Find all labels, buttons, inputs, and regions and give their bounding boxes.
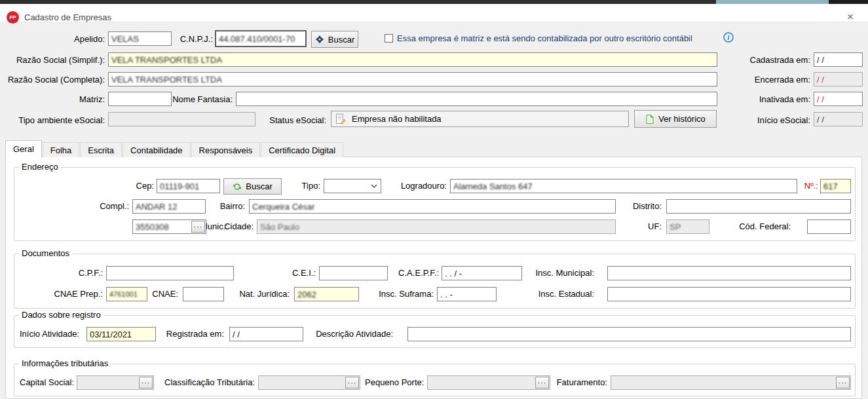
razao-completa-field[interactable]: VELA TRANSPORTES LTDA — [108, 72, 717, 86]
insc-suframa-field[interactable]: . . - — [437, 287, 497, 301]
cpf-label: C.P.F.: — [50, 268, 103, 278]
window-title: Cadastro de Empresas — [24, 12, 111, 22]
cnae-prep-value: 4761001 — [109, 290, 138, 298]
info-icon[interactable]: i — [723, 32, 734, 43]
insc-suframa-value: . . - — [440, 290, 453, 299]
documentos-group: Documentos C.P.F.: C.E.I.: C.A.E.P.F.: .… — [14, 254, 856, 309]
chevron-down-icon — [371, 184, 377, 188]
cnpj-field[interactable]: 44.087.410/0001-70 — [215, 30, 307, 47]
cnpj-label: C.N.P.J.: — [144, 34, 213, 44]
cei-field[interactable] — [319, 266, 388, 280]
matriz-checkbox-label[interactable]: Essa empresa é matriz e está sendo conta… — [397, 33, 692, 43]
classificacao-tributaria-field: ··· — [258, 375, 360, 390]
matriz-checkbox[interactable] — [385, 34, 393, 43]
caepf-field[interactable]: . . / - — [442, 266, 522, 280]
insc-municipal-field[interactable] — [607, 266, 851, 280]
cadastro-de-empresas-window: FP Cadastro de Empresas × Apelido: VELAS… — [0, 0, 868, 399]
cod-federal-field[interactable] — [807, 219, 851, 234]
insc-estadual-label: Insc. Estadual: — [532, 289, 594, 299]
cod-federal-label: Cód. Federal: — [725, 221, 791, 231]
cep-label: Cep: — [102, 181, 154, 191]
distrito-field[interactable] — [666, 199, 851, 214]
numero-field[interactable]: 617 — [820, 179, 851, 193]
razao-simplif-label: Razão Social (Simplif.): — [0, 55, 105, 65]
complemento-label: Compl.: — [77, 201, 129, 211]
nat-juridica-label: Nat. Jurídica: — [234, 289, 290, 299]
bairro-field[interactable]: Cerqueira César — [249, 199, 616, 214]
capital-social-field: ··· — [77, 375, 154, 390]
capital-social-lookup-button[interactable]: ··· — [139, 377, 153, 389]
cnae-field[interactable] — [183, 287, 224, 301]
inicio-esocial-field: / / — [814, 112, 863, 126]
matriz-field[interactable] — [108, 92, 172, 106]
registrada-em-field[interactable]: / / — [229, 327, 303, 341]
inicio-atividade-field[interactable]: 03/11/2021 — [86, 327, 156, 341]
tipo-logradouro-label: Tipo: — [281, 181, 320, 191]
tab-geral[interactable]: Geral — [5, 140, 42, 157]
uf-field: SP — [666, 219, 709, 234]
cnae-prep-field[interactable]: 4761001 — [106, 287, 147, 301]
bairro-label: Bairro: — [206, 201, 245, 211]
municipio-code-field[interactable]: 3550308 ··· — [132, 219, 206, 234]
matriz-label: Matriz: — [0, 94, 105, 104]
encerrada-em-label: Encerrada em: — [734, 75, 810, 85]
registro-group-title: Dados sobre registro — [19, 310, 104, 320]
pequeno-porte-lookup-button[interactable]: ··· — [535, 377, 549, 389]
buscar-cnpj-button[interactable]: Buscar — [311, 31, 358, 48]
descricao-atividade-field[interactable] — [407, 327, 851, 341]
close-icon[interactable]: × — [847, 11, 854, 22]
receita-emblem-icon — [315, 35, 324, 44]
nome-fantasia-field[interactable] — [236, 92, 717, 106]
bairro-value: Cerqueira César — [252, 202, 314, 212]
tab-strip: Geral Folha Escrita Contabilidade Respon… — [5, 140, 344, 157]
tab-contabilidade[interactable]: Contabilidade — [123, 142, 191, 157]
razao-completa-label: Razão Social (Completa): — [0, 75, 105, 85]
cep-field[interactable]: 01119-901 — [157, 179, 220, 193]
endereco-group-title: Endereço — [19, 162, 61, 172]
numero-label: Nº.: — [792, 181, 818, 191]
municipio-lookup-button[interactable]: ··· — [191, 221, 205, 233]
nome-fantasia-label: Nome Fantasia: — [167, 94, 233, 104]
tab-responsaveis[interactable]: Responsáveis — [191, 142, 261, 157]
tab-escrita[interactable]: Escrita — [80, 142, 122, 157]
tab-responsaveis-label: Responsáveis — [199, 145, 253, 155]
logradouro-value: Alameda Santos 647 — [453, 181, 533, 191]
titlebar: FP Cadastro de Empresas × — [0, 4, 868, 22]
pequeno-porte-field: ··· — [427, 375, 550, 390]
buscar-cnpj-label: Buscar — [328, 35, 354, 45]
uf-label: UF: — [635, 221, 662, 231]
ver-historico-button[interactable]: Ver histórico — [634, 110, 717, 128]
complemento-field[interactable]: ANDAR 12 — [132, 199, 206, 214]
status-esocial-value: Empresa não habilitada — [352, 114, 442, 124]
apelido-label: Apelido: — [0, 34, 105, 44]
insc-estadual-field[interactable] — [607, 287, 851, 301]
endereco-group: Endereço Cep: 01119-901 Buscar Tipo: Log… — [14, 167, 856, 241]
nat-juridica-value: 2062 — [297, 290, 316, 299]
nat-juridica-field[interactable]: 2062 — [294, 287, 359, 301]
tab-folha[interactable]: Folha — [43, 142, 80, 157]
ver-historico-label: Ver histórico — [658, 114, 706, 124]
tab-contabilidade-label: Contabilidade — [130, 145, 183, 155]
cnae-label: CNAE: — [149, 289, 178, 299]
inativada-em-field[interactable]: / / — [814, 92, 863, 106]
apelido-value: VELAS — [111, 34, 139, 44]
caepf-value: . . / - — [445, 269, 462, 278]
faturamento-lookup-button[interactable]: ··· — [836, 377, 850, 389]
tab-escrita-label: Escrita — [88, 145, 114, 155]
cadastrada-em-field[interactable]: / / — [814, 52, 863, 67]
classificacao-tributaria-lookup-button[interactable]: ··· — [345, 377, 359, 389]
logradouro-field[interactable]: Alameda Santos 647 — [450, 179, 797, 193]
razao-simplif-value: VELA TRANSPORTES LTDA — [111, 55, 222, 65]
tab-certificado-digital[interactable]: Certificado Digital — [261, 142, 343, 157]
tributarias-group: Informações tributárias Capital Social: … — [14, 364, 856, 396]
history-document-icon — [645, 114, 654, 124]
tab-geral-label: Geral — [13, 144, 34, 154]
cpf-field[interactable] — [106, 266, 234, 280]
razao-simplif-field[interactable]: VELA TRANSPORTES LTDA — [108, 52, 717, 67]
descricao-atividade-label: Descrição Atividade: — [314, 329, 393, 339]
tipo-logradouro-select[interactable] — [324, 179, 381, 193]
status-esocial-field: Empresa não habilitada — [331, 111, 629, 127]
buscar-cep-button[interactable]: Buscar — [223, 178, 282, 195]
cei-label: C.E.I.: — [276, 268, 316, 278]
encerrada-em-field: / / — [814, 72, 863, 86]
